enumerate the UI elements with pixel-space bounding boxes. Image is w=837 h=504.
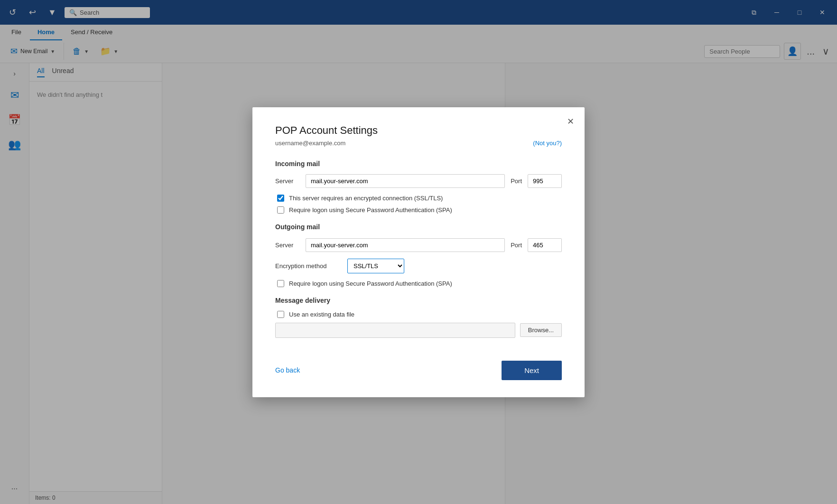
spa-outgoing-checkbox[interactable] (277, 280, 284, 287)
data-file-label: Use an existing data file (289, 311, 354, 318)
spa-incoming-label: Require logon using Secure Password Auth… (289, 206, 452, 214)
dialog-email: username@example.com (275, 140, 345, 147)
encryption-method-label: Encryption method (275, 262, 342, 270)
ssl-checkbox[interactable] (277, 195, 284, 202)
message-delivery-section: Message delivery Use an existing data fi… (275, 297, 562, 338)
dialog-footer: Go back Next (275, 361, 562, 380)
spa-outgoing-label: Require logon using Secure Password Auth… (289, 280, 452, 287)
dialog-title: POP Account Settings (275, 124, 562, 137)
browse-button[interactable]: Browse... (520, 323, 562, 337)
outgoing-server-row: Server Port (275, 238, 562, 252)
outgoing-server-label: Server (275, 242, 300, 249)
message-delivery-label: Message delivery (275, 297, 562, 304)
outgoing-section-label: Outgoing mail (275, 223, 562, 231)
encryption-select[interactable]: SSL/TLS STARTTLS None (347, 259, 404, 273)
file-path-input[interactable] (275, 323, 515, 338)
data-file-checkbox-row: Use an existing data file (275, 311, 562, 318)
incoming-server-row: Server Port (275, 174, 562, 188)
app-window: ↺ ↩ ▼ 🔍 Search ⧉ ─ □ ✕ File Home Send / … (0, 0, 837, 504)
incoming-port-label: Port (511, 177, 522, 185)
outgoing-server-input[interactable] (306, 238, 505, 252)
outgoing-port-label: Port (511, 242, 522, 249)
incoming-server-label: Server (275, 177, 300, 185)
incoming-port-input[interactable] (528, 174, 562, 188)
file-row: Browse... (275, 323, 562, 338)
incoming-section-label: Incoming mail (275, 160, 562, 168)
next-button[interactable]: Next (502, 361, 562, 380)
go-back-link[interactable]: Go back (275, 366, 300, 374)
dialog-close-button[interactable]: ✕ (564, 115, 577, 128)
encryption-row: Encryption method SSL/TLS STARTTLS None (275, 259, 562, 273)
not-you-link[interactable]: (Not you?) (533, 140, 562, 147)
ssl-checkbox-row: This server requires an encrypted connec… (275, 195, 562, 202)
modal-overlay: ✕ POP Account Settings username@example.… (0, 0, 837, 504)
ssl-label: This server requires an encrypted connec… (289, 195, 443, 202)
spa-outgoing-checkbox-row: Require logon using Secure Password Auth… (275, 280, 562, 287)
data-file-checkbox[interactable] (277, 311, 284, 318)
spa-incoming-checkbox-row: Require logon using Secure Password Auth… (275, 206, 562, 214)
incoming-server-input[interactable] (306, 174, 505, 188)
pop-account-dialog: ✕ POP Account Settings username@example.… (252, 107, 585, 397)
outgoing-section-divider: Outgoing mail (275, 223, 562, 231)
spa-incoming-checkbox[interactable] (277, 206, 284, 214)
outgoing-port-input[interactable] (528, 238, 562, 252)
dialog-subtitle: username@example.com (Not you?) (275, 140, 562, 147)
